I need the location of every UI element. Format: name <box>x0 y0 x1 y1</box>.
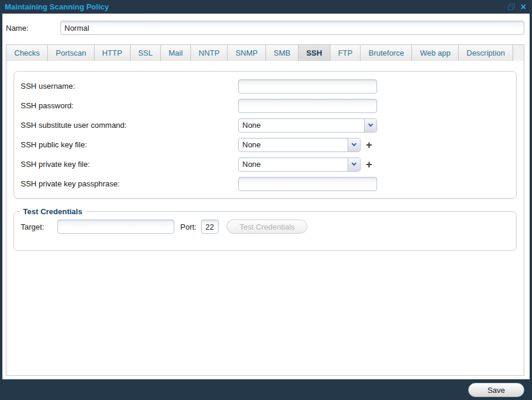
dialog-content: Name: Checks Portscan HTTP SSL Mail NNTP… <box>2 14 530 379</box>
ssh-username-input[interactable] <box>238 79 377 93</box>
ssh-password-label: SSH password: <box>21 101 238 110</box>
tab-bar: Checks Portscan HTTP SSL Mail NNTP SNMP … <box>6 44 524 62</box>
tab-ftp[interactable]: FTP <box>330 45 361 61</box>
window-controls: × <box>508 3 526 11</box>
ssh-private-key-file-row: SSH private key file: None + <box>21 154 516 174</box>
ssh-private-key-passphrase-row: SSH private key passphrase: <box>21 174 516 193</box>
tab-http[interactable]: HTTP <box>95 45 131 61</box>
add-private-key-button[interactable]: + <box>366 159 372 170</box>
ssh-fields-groupbox: SSH username: SSH password: SSH substitu… <box>14 71 517 199</box>
tab-web-app[interactable]: Web app <box>412 45 459 61</box>
ssh-substitute-user-command-row: SSH substitute user command: None <box>21 115 516 135</box>
test-credentials-button[interactable]: Test Credentials <box>226 220 307 234</box>
ssh-tab-panel: SSH username: SSH password: SSH substitu… <box>6 61 524 376</box>
tab-bruteforce[interactable]: Bruteforce <box>361 45 412 61</box>
port-label: Port: <box>180 222 196 231</box>
ssh-public-key-file-select[interactable]: None <box>238 138 361 152</box>
ssh-password-input[interactable] <box>238 99 377 113</box>
test-credentials-row: Target: Port: Test Credentials <box>14 216 516 234</box>
save-button[interactable]: Save <box>468 383 524 397</box>
close-icon[interactable]: × <box>521 3 526 11</box>
dialog-footer: Save <box>0 379 532 400</box>
chevron-down-icon[interactable] <box>348 138 360 151</box>
test-credentials-fieldset: Test Credentials Target: Port: Test Cred… <box>14 207 517 251</box>
select-value: None <box>239 160 348 169</box>
add-public-key-button[interactable]: + <box>366 140 372 150</box>
tab-description[interactable]: Description <box>459 45 513 61</box>
ssh-username-row: SSH username: <box>21 76 516 96</box>
tab-snmp[interactable]: SNMP <box>228 45 266 61</box>
ssh-substitute-user-command-label: SSH substitute user command: <box>21 121 238 130</box>
target-input[interactable] <box>57 220 174 234</box>
restore-window-icon[interactable] <box>508 4 515 10</box>
tab-ssh[interactable]: SSH <box>299 45 330 61</box>
select-value: None <box>239 140 348 149</box>
tab-smb[interactable]: SMB <box>266 45 299 61</box>
ssh-private-key-passphrase-input[interactable] <box>238 177 377 191</box>
dialog-maintaining-scanning-policy: Maintaining Scanning Policy × Name: Chec… <box>0 0 532 400</box>
policy-name-input[interactable] <box>60 21 524 35</box>
select-value: None <box>239 121 364 130</box>
name-label: Name: <box>6 24 60 33</box>
tab-nntp[interactable]: NNTP <box>191 45 228 61</box>
tab-checks[interactable]: Checks <box>7 45 48 61</box>
tab-portscan[interactable]: Portscan <box>48 45 94 61</box>
ssh-private-key-file-label: SSH private key file: <box>21 160 238 169</box>
chevron-down-icon[interactable] <box>348 158 360 171</box>
test-credentials-legend: Test Credentials <box>20 207 85 216</box>
tab-ssl[interactable]: SSL <box>131 45 161 61</box>
ssh-substitute-user-command-select[interactable]: None <box>238 118 377 133</box>
ssh-private-key-passphrase-label: SSH private key passphrase: <box>21 179 238 188</box>
tab-mail[interactable]: Mail <box>161 45 191 61</box>
ssh-password-row: SSH password: <box>21 96 516 115</box>
port-input[interactable] <box>201 220 219 234</box>
dialog-title: Maintaining Scanning Policy <box>5 2 508 11</box>
ssh-public-key-file-label: SSH public key file: <box>21 140 238 149</box>
ssh-public-key-file-row: SSH public key file: None + <box>21 135 516 154</box>
ssh-private-key-file-select[interactable]: None <box>238 157 361 172</box>
target-label: Target: <box>21 222 57 231</box>
name-row: Name: <box>6 20 524 36</box>
ssh-username-label: SSH username: <box>21 82 238 91</box>
titlebar: Maintaining Scanning Policy × <box>0 0 532 14</box>
chevron-down-icon[interactable] <box>364 119 377 132</box>
